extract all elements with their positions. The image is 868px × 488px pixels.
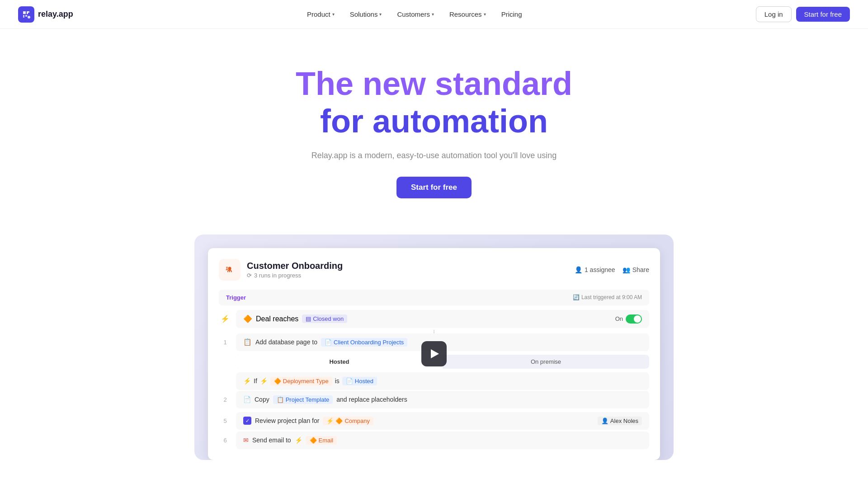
template-icon: 📋 (277, 396, 284, 403)
hero-subtitle: Relay.app is a modern, easy-to-use autom… (9, 151, 859, 160)
nav-pricing[interactable]: Pricing (495, 7, 528, 22)
checkbox-checked: ✓ (243, 417, 251, 425)
chevron-down-icon: ▾ (484, 12, 486, 17)
runs-icon: ⟳ (247, 272, 252, 279)
demo-inner: Customer Onboarding ⟳ 3 runs in progress… (208, 248, 660, 460)
logo-text: relay.app (38, 9, 73, 19)
trigger-step: ⚡ 🔶 Deal reaches ▤ Closed won On (219, 310, 649, 328)
workflow-runs: ⟳ 3 runs in progress (247, 272, 343, 279)
deployment-type-tag: 🔶 Deployment Type (270, 377, 332, 385)
share-button[interactable]: 👥 Share (623, 266, 649, 273)
nav-links: Product ▾ Solutions ▾ Customers ▾ Resour… (301, 7, 528, 22)
step-number-6: 6 (219, 437, 231, 444)
nav-actions: Log in Start for free (756, 6, 850, 22)
step-2-content: 📄 Copy 📋 Project Template and replace pl… (236, 391, 649, 408)
chevron-down-icon: ▾ (332, 12, 335, 17)
step-number-1: 1 (219, 339, 231, 346)
start-free-nav-button[interactable]: Start for free (796, 7, 850, 22)
notion-hosted-icon: 📄 (346, 378, 353, 385)
connector (434, 330, 434, 333)
trigger-step-content: 🔶 Deal reaches ▤ Closed won On (236, 310, 649, 328)
svg-point-1 (228, 267, 231, 270)
start-free-hero-button[interactable]: Start for free (396, 177, 472, 198)
logo[interactable]: relay.app (18, 6, 73, 23)
step-6: 6 ✉ Send email to ⚡ 🔶 Email (219, 432, 649, 449)
workflow-name: Customer Onboarding (247, 261, 343, 271)
client-onboarding-tag: 📄 Client Onboarding Projects (321, 338, 407, 347)
toggle-on[interactable] (626, 314, 642, 324)
login-button[interactable]: Log in (756, 6, 792, 22)
copy-icon: 📄 (243, 396, 251, 403)
step-2: 2 📄 Copy 📋 Project Template and replace … (219, 391, 649, 408)
tag-icon: ▤ (306, 315, 311, 322)
step-number-5: 5 (219, 418, 231, 424)
workflow-title-area: Customer Onboarding ⟳ 3 runs in progress (219, 259, 343, 281)
trigger-label: Trigger (226, 294, 246, 301)
tab-on-premise[interactable]: On premise (443, 355, 649, 369)
trigger-row: Trigger 🔄 Last triggered at 9:00 AM (219, 290, 649, 305)
branch-icon: ⚡ (243, 377, 251, 385)
play-icon (431, 349, 439, 358)
assignee-button[interactable]: 👤 1 assignee (575, 266, 615, 273)
nav-customers[interactable]: Customers ▾ (391, 7, 440, 22)
hero-title-line2: for automation (9, 103, 859, 140)
demo-container: Customer Onboarding ⟳ 3 runs in progress… (185, 235, 683, 460)
notion-icon: 📋 (243, 338, 252, 346)
step-5-content: ✓ Review project plan for ⚡ 🔶 Company 👤 … (236, 412, 649, 430)
hubspot-small-icon: 🔶 (243, 314, 252, 323)
step-number-2: 2 (219, 396, 231, 403)
lightning-email-icon: ⚡ (295, 436, 302, 444)
chevron-down-icon: ▾ (379, 12, 382, 17)
tab-hosted[interactable]: Hosted (236, 355, 443, 369)
email-tag: 🔶 Email (306, 436, 337, 445)
hubspot-email-icon: 🔶 (310, 437, 317, 444)
hero-section: The new standard for automation Relay.ap… (0, 29, 868, 216)
chevron-down-icon: ▾ (432, 12, 434, 17)
step-5: 5 ✓ Review project plan for ⚡ 🔶 Company … (219, 412, 649, 430)
hubspot-icon (219, 259, 241, 281)
hero-title: The new standard for automation (9, 65, 859, 140)
company-tag: ⚡ 🔶 Company (323, 417, 373, 425)
notion-db-icon: 📄 (325, 339, 332, 346)
hero-title-line1: The new standard (9, 65, 859, 103)
hubspot-tag-icon: 🔶 (274, 378, 281, 385)
navbar: relay.app Product ▾ Solutions ▾ Customer… (0, 0, 868, 29)
nav-solutions[interactable]: Solutions ▾ (344, 7, 388, 22)
nav-product[interactable]: Product ▾ (301, 7, 341, 22)
lightning-icon: ⚡ (219, 314, 231, 323)
demo-frame: Customer Onboarding ⟳ 3 runs in progress… (194, 235, 674, 460)
nav-resources[interactable]: Resources ▾ (443, 7, 492, 22)
person-tag-icon: 👤 (601, 418, 609, 424)
gmail-icon: ✉ (243, 436, 249, 444)
project-template-tag: 📋 Project Template (273, 395, 333, 404)
condition-row: ⚡ If ⚡ 🔶 Deployment Type is 📄 Hosted (236, 372, 649, 390)
hosted-tag: 📄 Hosted (342, 377, 377, 385)
alex-noles-tag: 👤 Alex Noles (598, 417, 642, 425)
refresh-icon: 🔄 (573, 294, 580, 300)
workflow-header: Customer Onboarding ⟳ 3 runs in progress… (219, 259, 649, 281)
workflow-info: Customer Onboarding ⟳ 3 runs in progress (247, 261, 343, 279)
step-6-content: ✉ Send email to ⚡ 🔶 Email (236, 432, 649, 449)
play-button[interactable] (421, 341, 447, 366)
share-icon: 👥 (623, 266, 630, 273)
person-icon: 👤 (575, 266, 582, 273)
lightning-small-icon: ⚡ (260, 377, 268, 385)
closed-won-tag: ▤ Closed won (302, 314, 347, 323)
workflow-actions: 👤 1 assignee 👥 Share (575, 266, 649, 273)
lightning-company-icon: ⚡ (326, 418, 334, 424)
logo-icon (18, 6, 34, 23)
svg-point-0 (28, 16, 30, 19)
last-triggered: 🔄 Last triggered at 9:00 AM (573, 294, 642, 300)
